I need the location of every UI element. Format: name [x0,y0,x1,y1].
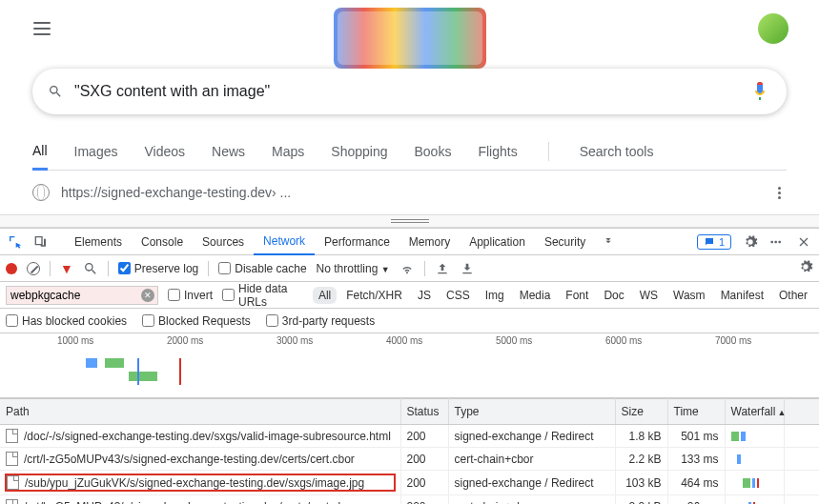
type-other[interactable]: Other [773,287,813,304]
globe-icon [32,184,50,201]
clear-filter-icon[interactable]: ✕ [141,289,154,302]
download-har-icon[interactable] [460,261,475,276]
col-type[interactable]: Type [448,399,615,425]
col-path[interactable]: Path [0,399,400,425]
panel-elements[interactable]: Elements [65,229,132,255]
file-icon [6,452,18,466]
timeline-tick: 5000 ms [496,335,532,346]
tab-shopping[interactable]: Shopping [331,134,387,169]
timeline-overview[interactable]: 1000 ms2000 ms3000 ms4000 ms5000 ms6000 … [0,333,819,398]
record-button[interactable] [6,263,17,274]
throttling-select[interactable]: No throttling ▼ [317,262,390,275]
type-media[interactable]: Media [514,287,557,304]
tab-news[interactable]: News [212,134,245,169]
type-doc[interactable]: Doc [598,287,629,304]
filter-toggle-icon[interactable]: ▼ [60,261,73,276]
request-path: /doc/-/s/signed-exchange-testing.dev/sxg… [24,430,391,443]
search-tools[interactable]: Search tools [580,134,654,169]
waterfall-bar [731,430,778,443]
timeline-tick: 6000 ms [605,335,642,346]
col-size[interactable]: Size [615,399,667,425]
type-all[interactable]: All [313,287,337,304]
panel-memory[interactable]: Memory [399,229,460,255]
top-bar [19,0,800,57]
type-js[interactable]: JS [412,287,437,304]
google-search-page: AllImagesVideosNewsMapsShoppingBooksFlig… [0,0,819,214]
col-waterfall[interactable]: Waterfall▲ [725,399,784,425]
menu-button[interactable] [19,6,65,51]
third-party-checkbox[interactable]: 3rd-party requests [266,314,375,328]
table-row[interactable]: /crt/l-zG5oMUPv43/s/signed-exchange-test… [0,448,819,471]
timeline-tick: 1000 ms [57,335,93,346]
hamburger-icon [33,22,51,35]
search-tabs: AllImagesVideosNewsMapsShoppingBooksFlig… [32,133,787,171]
upload-har-icon[interactable] [435,261,450,276]
more-options-icon[interactable] [771,187,787,199]
type-wasm[interactable]: Wasm [667,287,711,304]
dock-menu-icon[interactable] [769,234,785,250]
issues-badge[interactable]: 1 [697,234,731,250]
panel-network[interactable]: Network [254,229,315,255]
table-row[interactable]: /sub/ypu_jZuGukVK/s/signed-exchange-test… [0,471,819,495]
table-row[interactable]: /crt/l-zG5oMUPv43/s/signed-exchange-test… [0,495,819,505]
tab-images[interactable]: Images [74,134,118,169]
request-path: /crt/l-zG5oMUPv43/s/signed-exchange-test… [24,453,355,466]
google-doodle[interactable] [334,8,486,69]
tab-books[interactable]: Books [414,134,451,169]
tab-all[interactable]: All [32,133,48,171]
blocked-requests-checkbox[interactable]: Blocked Requests [142,314,251,328]
request-path: /sub/ypu_jZuGukVK/s/signed-exchange-test… [25,476,364,490]
request-path: /crt/l-zG5oMUPv43/s/signed-exchange-test… [24,500,355,505]
type-fetch-xhr[interactable]: Fetch/XHR [340,287,408,304]
devtools-resize-handle[interactable] [0,214,819,228]
search-icon [48,84,63,99]
user-avatar[interactable] [758,13,788,44]
waterfall-bar [737,453,778,466]
disable-cache-checkbox[interactable]: Disable cache [218,262,306,275]
col-status[interactable]: Status [400,399,448,425]
timeline-tick: 4000 ms [386,335,422,346]
panel-security[interactable]: Security [535,229,595,255]
clear-button[interactable] [27,262,40,275]
file-icon [6,429,18,443]
type-css[interactable]: CSS [440,287,476,304]
mic-icon[interactable] [748,80,771,103]
type-manifest[interactable]: Manifest [715,287,769,304]
panel-performance[interactable]: Performance [315,229,399,255]
inspect-icon[interactable] [8,234,23,250]
panel-sources[interactable]: Sources [193,229,254,255]
blocked-cookies-checkbox[interactable]: Has blocked cookies [6,314,127,328]
waterfall-bar [748,500,778,505]
file-icon [7,475,19,490]
tab-divider [548,142,549,161]
search-result[interactable]: https://signed-exchange-testing.dev › ..… [19,171,800,214]
network-conditions-icon[interactable] [399,261,415,276]
type-ws[interactable]: WS [634,287,664,304]
more-tabs-icon[interactable] [601,234,616,250]
result-url-suffix: › ... [272,185,291,200]
timeline-tick: 7000 ms [715,335,751,346]
hide-data-urls-checkbox[interactable]: Hide data URLs [222,282,303,309]
invert-checkbox[interactable]: Invert [168,289,213,302]
devtools-panel: ElementsConsoleSourcesNetworkPerformance… [0,228,819,504]
preserve-log-checkbox[interactable]: Preserve log [118,262,198,275]
panel-application[interactable]: Application [460,229,535,255]
table-row[interactable]: /doc/-/s/signed-exchange-testing.dev/sxg… [0,425,819,448]
close-devtools-icon[interactable] [796,234,811,250]
network-settings-icon[interactable] [798,259,813,274]
search-bar[interactable] [32,69,787,114]
type-font[interactable]: Font [560,287,594,304]
tab-maps[interactable]: Maps [272,134,304,169]
type-img[interactable]: Img [480,287,510,304]
file-icon [6,499,18,504]
panel-console[interactable]: Console [132,229,193,255]
settings-icon[interactable] [743,234,758,250]
tab-videos[interactable]: Videos [144,134,185,169]
search-input[interactable] [74,83,748,100]
col-time[interactable]: Time [667,399,725,425]
device-toggle-icon[interactable] [32,234,48,250]
filter-input[interactable] [6,286,158,305]
timeline-tick: 2000 ms [167,335,203,346]
tab-flights[interactable]: Flights [478,134,517,169]
search-requests-icon[interactable] [83,261,98,276]
